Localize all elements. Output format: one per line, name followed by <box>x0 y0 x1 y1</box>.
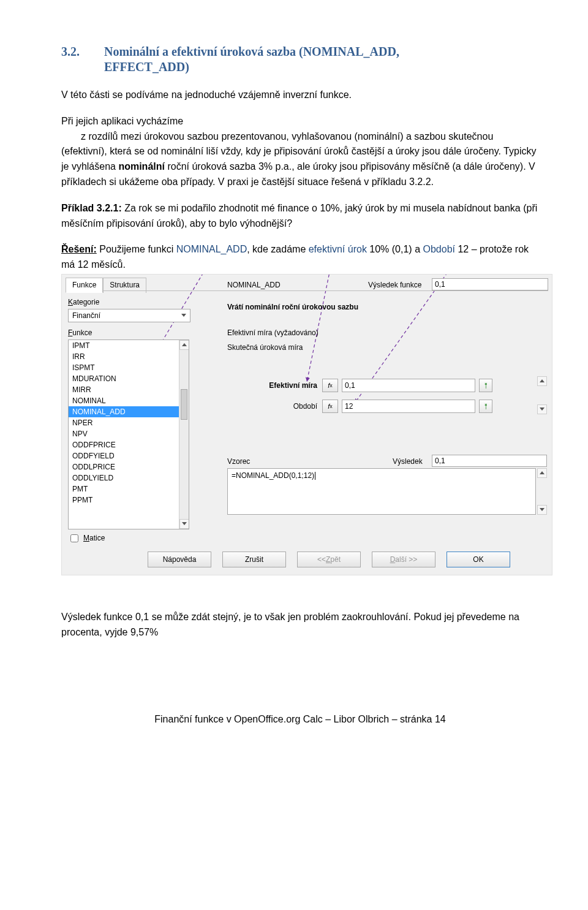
paragraph-1: V této části se podíváme na jednoduché v… <box>61 88 539 103</box>
chevron-down-icon <box>181 314 186 317</box>
function-label: Funkce <box>68 328 92 337</box>
heading-number: 3.2. <box>61 43 104 60</box>
array-label: Matice <box>83 534 105 542</box>
next-button: Další >> <box>372 552 435 567</box>
tab-funkce[interactable]: Funkce <box>66 278 103 293</box>
function-list[interactable]: IPMTIRRISPMTMDURATIONMIRRNOMINALNOMINAL_… <box>68 339 189 529</box>
scroll-up-icon[interactable] <box>179 340 189 350</box>
paragraph-after: Výsledek funkce 0,1 se může zdát stejný,… <box>61 610 539 640</box>
param-label-1: Efektivní míra <box>227 381 322 390</box>
category-value: Finanční <box>72 311 100 320</box>
function-list-item[interactable]: NPV <box>69 428 189 439</box>
shrink-button-1[interactable]: ⭱ <box>479 379 492 392</box>
fn-result-box: 0,1 <box>432 278 548 290</box>
function-list-item[interactable]: PMT <box>69 483 189 495</box>
param-input-1[interactable]: 0,1 <box>342 379 475 392</box>
after-line: Výsledek funkce 0,1 se může zdát stejný,… <box>61 612 519 637</box>
sol-t2: , kde zadáme <box>247 244 309 254</box>
param-input-2[interactable]: 12 <box>342 400 475 413</box>
sol-t3: 10% (0,1) a <box>367 244 423 254</box>
function-wizard-dialog: Funkce Struktura Kategorie Finanční Funk… <box>61 274 552 575</box>
function-list-item[interactable]: MIRR <box>69 384 189 395</box>
text-cursor <box>315 472 315 480</box>
fn-result-label: Výsledek funkce <box>368 281 421 289</box>
function-list-item[interactable]: PPMT <box>69 495 189 506</box>
params-scroll-up-icon[interactable] <box>537 376 547 386</box>
array-checkbox-row: Matice <box>68 533 105 544</box>
ok-button[interactable]: OK <box>447 552 510 567</box>
function-list-item[interactable]: MDURATION <box>69 373 189 384</box>
arg-obdobi: Období <box>423 244 454 254</box>
fx-button-2[interactable]: fx <box>322 400 338 413</box>
formula-label: Vzorec <box>227 457 250 466</box>
params-scroll-down-icon[interactable] <box>537 404 547 414</box>
fx-button-1[interactable]: fx <box>322 379 338 392</box>
category-label: Kategorie <box>68 298 99 306</box>
fn-description: Vrátí nominální roční úrokovou sazbu <box>227 303 358 311</box>
p2c: nominální <box>118 161 165 172</box>
example-label: Příklad 3.2.1: <box>61 203 122 213</box>
tab-underline <box>66 290 548 291</box>
category-select[interactable]: Finanční <box>68 309 190 322</box>
param-label-2: Období <box>227 402 322 411</box>
sol-t1: Použijeme funkci <box>97 244 176 254</box>
heading-title-1: Nominální a efektivní úroková sazba (NOM… <box>104 43 399 60</box>
formula-scroll-up-icon[interactable] <box>537 468 547 478</box>
params-scrollbar[interactable] <box>537 376 547 414</box>
fn-nominaladd: NOMINAL_ADD <box>176 244 247 254</box>
function-list-item[interactable]: ISPMT <box>69 362 189 373</box>
param-row-1: Efektivní míra fx 0,1 ⭱ <box>227 379 546 392</box>
param-help-2: Skutečná úroková míra <box>227 343 303 352</box>
paragraph-2: Při jejich aplikaci vycházíme z rozdílů … <box>61 114 539 190</box>
array-checkbox[interactable] <box>70 534 78 542</box>
page-footer: Finanční funkce v OpenOffice.org Calc – … <box>61 714 539 740</box>
function-list-item[interactable]: ODDLYIELD <box>69 472 189 483</box>
scroll-thumb[interactable] <box>181 389 187 420</box>
solution-block: Řešení: Použijeme funkci NOMINAL_ADD, kd… <box>61 242 539 273</box>
result-box: 0,1 <box>432 455 547 467</box>
shrink-button-2[interactable]: ⭱ <box>479 400 492 413</box>
formula-scrollbar[interactable] <box>537 468 547 515</box>
function-list-item[interactable]: NPER <box>69 417 189 428</box>
scroll-down-icon[interactable] <box>179 519 189 529</box>
example-body-head: Za rok se mi podařilo zhodnotit mé finan… <box>61 203 537 229</box>
example-block: Příklad 3.2.1: Za rok se mi podařilo zho… <box>61 201 539 232</box>
button-bar: Nápověda Zrušit << Zpět Další >> OK <box>148 552 547 567</box>
arg-efektivni: efektivní úrok <box>309 244 367 254</box>
param-row-2: Období fx 12 ⭱ <box>227 400 546 413</box>
result-label: Výsledek <box>393 457 423 466</box>
function-list-item[interactable]: ODDFYIELD <box>69 450 189 461</box>
function-list-item[interactable]: ODDFPRICE <box>69 439 189 450</box>
selected-fn-name: NOMINAL_ADD <box>227 281 281 289</box>
formula-scroll-down-icon[interactable] <box>537 505 547 515</box>
formula-input[interactable]: =NOMINAL_ADD(0,1;12) <box>227 468 536 515</box>
p2a: Při jejich aplikaci vycházíme <box>61 116 183 126</box>
param-help-1: Efektivní míra (vyžadováno) <box>227 328 318 337</box>
solution-label: Řešení: <box>61 244 97 254</box>
function-list-scrollbar[interactable] <box>179 340 189 529</box>
heading-title-2: EFFECT_ADD) <box>104 60 539 74</box>
back-button: << Zpět <box>297 552 361 567</box>
function-list-item[interactable]: IRR <box>69 351 189 362</box>
help-button[interactable]: Nápověda <box>148 552 211 567</box>
function-list-item[interactable]: NOMINAL_ADD <box>69 406 189 417</box>
function-list-item[interactable]: ODDLPRICE <box>69 461 189 472</box>
function-list-item[interactable]: IPMT <box>69 340 189 351</box>
function-list-item[interactable]: NOMINAL <box>69 395 189 406</box>
cancel-button[interactable]: Zrušit <box>222 552 286 567</box>
